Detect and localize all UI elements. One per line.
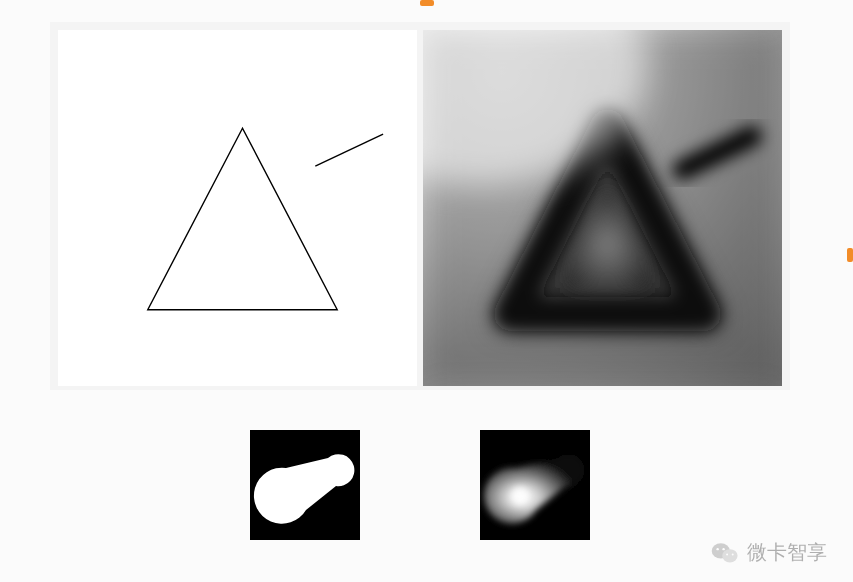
wechat-icon — [711, 541, 739, 565]
watermark: 微卡智享 — [711, 539, 827, 566]
top-indicator — [420, 0, 434, 6]
side-indicator — [847, 248, 853, 262]
thumbnail-row — [50, 430, 790, 540]
panel-original-outline — [58, 30, 417, 386]
pill-distance-svg — [480, 430, 590, 540]
svg-point-11 — [511, 487, 529, 505]
svg-point-14 — [716, 547, 718, 549]
figure-panel-container — [50, 22, 790, 390]
svg-point-16 — [726, 553, 728, 555]
panel-distance-transform — [423, 30, 782, 386]
triangle-outline-svg — [58, 30, 417, 386]
thumb-pill-distance — [480, 430, 590, 540]
distance-transform-svg — [423, 30, 782, 386]
svg-point-15 — [722, 547, 724, 549]
watermark-text: 微卡智享 — [747, 539, 827, 566]
svg-point-17 — [732, 553, 734, 555]
svg-marker-0 — [148, 128, 337, 309]
svg-line-1 — [315, 134, 383, 166]
thumb-pill-binary — [250, 430, 360, 540]
pill-binary-svg — [250, 430, 360, 540]
svg-point-13 — [722, 549, 737, 562]
